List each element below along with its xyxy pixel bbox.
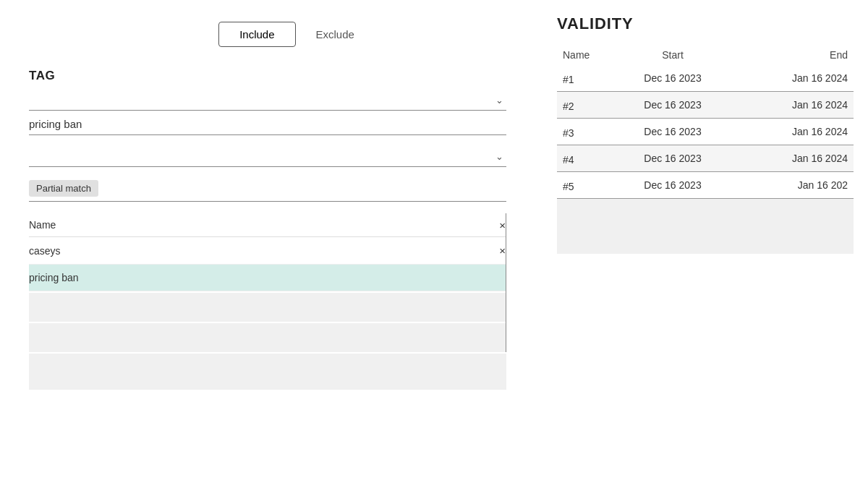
empty-row-2	[29, 323, 506, 352]
list-item[interactable]: caseys ×	[29, 237, 506, 265]
validity-title: VALIDITY	[557, 14, 854, 33]
validity-row-end: Jan 16 2024	[731, 92, 854, 119]
left-panel: Include Exclude TAG ⌄ pricing ban ⌄ Part…	[0, 0, 535, 496]
list-item-text-selected: pricing ban	[29, 272, 79, 283]
validity-row-start: Dec 16 2023	[615, 65, 731, 92]
field-value: pricing ban	[29, 111, 506, 135]
validity-row-name: #4	[557, 145, 615, 172]
col-header-end: End	[731, 45, 854, 65]
bottom-grey-bar	[29, 354, 506, 390]
validity-row-name: #5	[557, 172, 615, 199]
col-header-name: Name	[557, 45, 615, 65]
exclude-button[interactable]: Exclude	[296, 22, 375, 46]
list-header-row: Name ×	[29, 213, 506, 237]
validity-row-name: #1	[557, 65, 615, 92]
include-button[interactable]: Include	[218, 22, 295, 47]
validity-empty-row	[557, 199, 854, 226]
validity-row-name: #2	[557, 92, 615, 119]
divider	[29, 201, 506, 202]
chevron-down-icon2: ⌄	[495, 151, 503, 162]
validity-empty-row	[557, 226, 854, 254]
validity-row-end: Jan 16 2024	[731, 65, 854, 92]
validity-row-start: Dec 16 2023	[615, 172, 731, 199]
list-item-text: caseys	[29, 245, 61, 257]
validity-row-end: Jan 16 202	[731, 172, 854, 199]
list-header-label: Name	[29, 219, 56, 231]
chevron-down-icon: ⌄	[495, 95, 503, 106]
right-panel: VALIDITY Name Start End #1Dec 16 2023Jan…	[535, 0, 868, 496]
partial-match-badge: Partial match	[29, 180, 98, 197]
validity-row-start: Dec 16 2023	[615, 119, 731, 145]
toggle-row: Include Exclude	[87, 22, 506, 47]
validity-row-name: #3	[557, 119, 615, 145]
list-close-button[interactable]: ×	[499, 220, 506, 231]
validity-row-start: Dec 16 2023	[615, 92, 731, 119]
validity-row-end: Jan 16 2024	[731, 119, 854, 145]
list-item-selected[interactable]: pricing ban	[29, 265, 506, 291]
validity-row-end: Jan 16 2024	[731, 145, 854, 172]
tag-label: TAG	[29, 69, 506, 83]
validity-row-start: Dec 16 2023	[615, 145, 731, 172]
col-header-start: Start	[615, 45, 731, 65]
validity-table: Name Start End #1Dec 16 2023Jan 16 2024#…	[557, 45, 854, 254]
list-container: Name × caseys × pricing ban	[29, 213, 506, 352]
dropdown1[interactable]: ⌄	[29, 90, 506, 111]
empty-row-1	[29, 293, 506, 322]
page-container: Include Exclude TAG ⌄ pricing ban ⌄ Part…	[0, 0, 868, 496]
list-item-remove-button[interactable]: ×	[499, 244, 506, 257]
list-section: Name × caseys × pricing ban	[29, 213, 506, 352]
dropdown2[interactable]: ⌄	[29, 147, 506, 167]
